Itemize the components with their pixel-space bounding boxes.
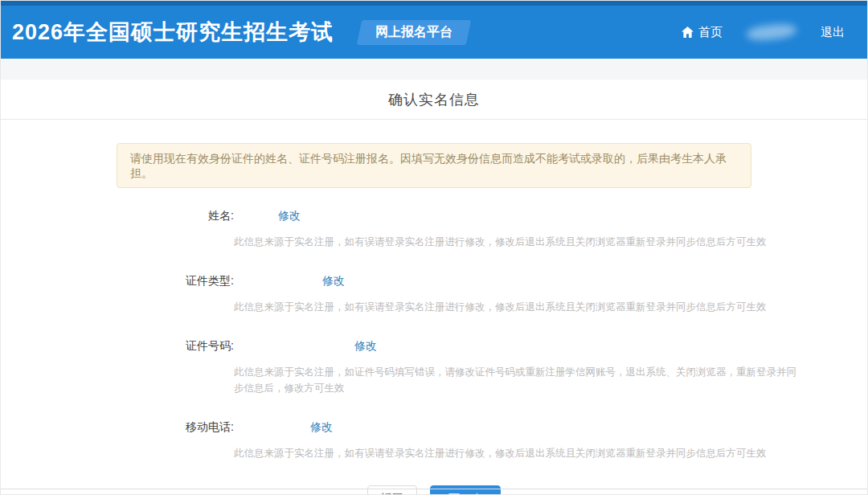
field-id-type: 证件类型: 修改 此信息来源于实名注册，如有误请登录实名注册进行修改，修改后退出… <box>1 274 867 315</box>
id-type-value <box>234 274 322 288</box>
id-number-note: 此信息来源于实名注册，如证件号码填写错误，请修改证件号码或重新注册学信网账号，退… <box>234 364 796 396</box>
notice-banner: 请使用现在有效身份证件的姓名、证件号码注册报名。因填写无效身份信息而造成不能考试… <box>117 143 751 188</box>
sub-header-band <box>1 59 867 80</box>
nav-home-label: 首页 <box>698 25 723 40</box>
back-button[interactable]: 返回 <box>367 485 417 495</box>
id-number-label: 证件号码: <box>1 339 234 354</box>
home-icon <box>682 27 694 38</box>
field-id-number: 证件号码: 修改 此信息来源于实名注册，如证件号码填写错误，请修改证件号码或重新… <box>1 339 867 396</box>
page-title: 确认实名信息 <box>388 90 480 109</box>
nav-logout-link[interactable]: 退出 <box>821 25 845 40</box>
header-nav: 首页 退出 <box>682 25 845 40</box>
site-title: 2026年全国硕士研究生招生考试 <box>12 18 334 47</box>
name-value <box>234 209 278 223</box>
mobile-modify-link[interactable]: 修改 <box>310 420 333 435</box>
window-bottom-edge <box>1 489 867 489</box>
mobile-value <box>234 420 310 435</box>
id-type-note: 此信息来源于实名注册，如有误请登录实名注册进行修改，修改后退出系统且关闭浏览器重… <box>234 299 796 315</box>
field-row: 移动电话: 修改 <box>1 420 867 435</box>
field-name: 姓名: 修改 此信息来源于实名注册，如有误请登录实名注册进行修改，修改后退出系统… <box>1 209 867 250</box>
platform-badge: 网上报名平台 <box>357 20 472 45</box>
name-note: 此信息来源于实名注册，如有误请登录实名注册进行修改，修改后退出系统且关闭浏览器重… <box>234 234 796 250</box>
page-title-band: 确认实名信息 <box>1 80 867 120</box>
mobile-label: 移动电话: <box>1 420 234 435</box>
name-label: 姓名: <box>1 209 234 223</box>
field-row: 证件号码: 修改 <box>1 339 867 354</box>
field-row: 证件类型: 修改 <box>1 274 867 288</box>
next-button[interactable]: 下一步 <box>430 485 501 495</box>
name-modify-link[interactable]: 修改 <box>278 209 301 223</box>
app-header: 2026年全国硕士研究生招生考试 网上报名平台 首页 退出 <box>1 1 867 59</box>
id-number-value <box>234 339 354 354</box>
field-row: 姓名: 修改 <box>1 209 867 223</box>
nav-home-link[interactable]: 首页 <box>682 25 723 40</box>
id-type-label: 证件类型: <box>1 274 234 288</box>
platform-badge-label: 网上报名平台 <box>375 24 452 41</box>
app-window: 2026年全国硕士研究生招生考试 网上报名平台 首页 退出 确认实名信息 请使用… <box>0 0 868 495</box>
username-redacted <box>746 22 797 42</box>
footer-actions: 返回 下一步 <box>1 485 867 495</box>
mobile-note: 此信息来源于实名注册，如有误请登录实名注册进行修改，修改后退出系统且关闭浏览器重… <box>234 445 796 461</box>
id-type-modify-link[interactable]: 修改 <box>322 274 345 288</box>
id-number-modify-link[interactable]: 修改 <box>354 339 377 354</box>
form-fields: 姓名: 修改 此信息来源于实名注册，如有误请登录实名注册进行修改，修改后退出系统… <box>1 209 867 461</box>
field-mobile: 移动电话: 修改 此信息来源于实名注册，如有误请登录实名注册进行修改，修改后退出… <box>1 420 867 461</box>
